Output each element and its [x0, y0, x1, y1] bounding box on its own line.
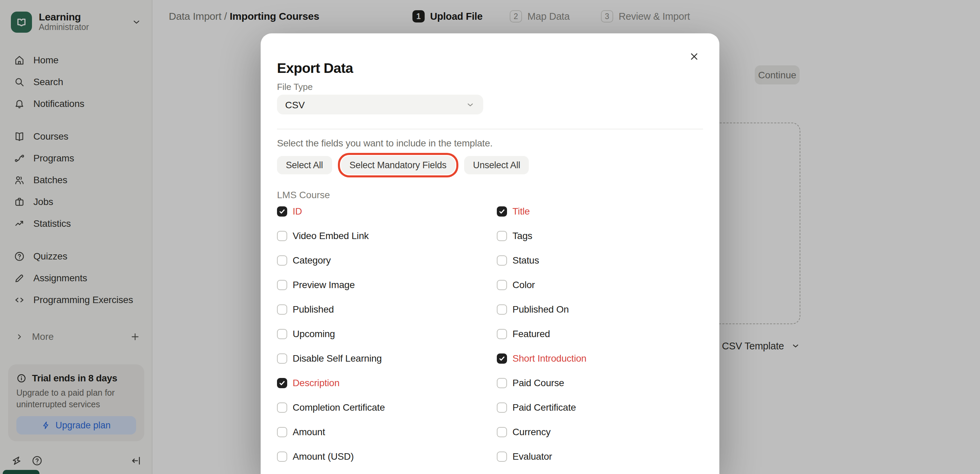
field-label: Color — [512, 279, 535, 290]
field-select-hint: Select the fields you want to include in… — [277, 137, 493, 148]
field-row-disable-self-learning[interactable]: Disable Self Learning — [277, 346, 385, 370]
field-label: Paid Course — [512, 377, 564, 388]
field-label: Preview Image — [293, 279, 355, 290]
divider — [277, 129, 703, 129]
checkbox-unchecked[interactable] — [277, 231, 287, 241]
field-row-title[interactable]: Title — [497, 199, 586, 223]
field-row-paid-course[interactable]: Paid Course — [497, 370, 586, 395]
field-row-color[interactable]: Color — [497, 273, 586, 297]
checkbox-checked[interactable] — [277, 206, 287, 216]
checkbox-unchecked[interactable] — [277, 279, 287, 290]
checkbox-checked[interactable] — [277, 378, 287, 388]
field-label: Disable Self Learning — [293, 353, 382, 364]
field-row-description[interactable]: Description — [277, 370, 385, 395]
field-row-tags[interactable]: Tags — [497, 223, 586, 248]
file-type-select[interactable]: CSV — [277, 95, 483, 115]
checkbox-checked[interactable] — [497, 353, 507, 363]
field-row-short-introduction[interactable]: Short Introduction — [497, 346, 586, 370]
field-label: Amount — [293, 426, 325, 437]
field-label: Completion Certificate — [293, 402, 385, 413]
field-column-left: IDVideo Embed LinkCategoryPreview ImageP… — [277, 199, 385, 469]
field-row-paid-certificate[interactable]: Paid Certificate — [497, 395, 586, 420]
checkbox-checked[interactable] — [497, 206, 507, 216]
checkbox-unchecked[interactable] — [497, 402, 507, 412]
field-row-amount-usd[interactable]: Amount (USD) — [277, 444, 385, 469]
unselect-all-button[interactable]: Unselect All — [464, 156, 529, 174]
field-row-evaluator[interactable]: Evaluator — [497, 444, 586, 469]
checkbox-unchecked[interactable] — [497, 329, 507, 339]
field-label: Category — [293, 255, 331, 266]
field-row-id[interactable]: ID — [277, 199, 385, 223]
checkbox-unchecked[interactable] — [277, 402, 287, 412]
field-row-completion-certificate[interactable]: Completion Certificate — [277, 395, 385, 420]
checkbox-unchecked[interactable] — [277, 427, 287, 437]
checkbox-unchecked[interactable] — [497, 304, 507, 314]
checkbox-unchecked[interactable] — [497, 378, 507, 388]
modal-title: Export Data — [277, 60, 353, 76]
checkbox-unchecked[interactable] — [277, 304, 287, 314]
app-root: Learning Administrator HomeSearchNotific… — [0, 0, 980, 474]
checkbox-unchecked[interactable] — [277, 329, 287, 339]
field-label: Upcoming — [293, 328, 335, 339]
field-row-upcoming[interactable]: Upcoming — [277, 321, 385, 346]
field-label: Status — [512, 255, 539, 266]
field-row-published[interactable]: Published — [277, 297, 385, 321]
field-label: Title — [512, 206, 530, 217]
field-label: Description — [293, 377, 340, 388]
field-label: ID — [293, 206, 302, 217]
checkbox-unchecked[interactable] — [497, 451, 507, 461]
file-type-label: File Type — [277, 82, 313, 92]
field-row-video-embed-link[interactable]: Video Embed Link — [277, 223, 385, 248]
field-row-amount[interactable]: Amount — [277, 420, 385, 444]
checkbox-unchecked[interactable] — [497, 255, 507, 265]
field-label: Paid Certificate — [512, 402, 576, 413]
export-data-modal: Export Data File Type CSV Select the fie… — [261, 34, 719, 474]
field-row-category[interactable]: Category — [277, 248, 385, 273]
field-label: Featured — [512, 328, 550, 339]
field-action-buttons: Select All Select Mandatory Fields Unsel… — [277, 156, 529, 174]
checkbox-unchecked[interactable] — [497, 279, 507, 290]
field-label: Published — [293, 304, 334, 314]
checkbox-unchecked[interactable] — [277, 255, 287, 265]
close-icon[interactable] — [684, 46, 705, 67]
field-row-status[interactable]: Status — [497, 248, 586, 273]
field-label: Tags — [512, 230, 532, 241]
field-label: Evaluator — [512, 451, 552, 462]
checkbox-unchecked[interactable] — [497, 231, 507, 241]
select-all-button[interactable]: Select All — [277, 156, 332, 174]
select-mandatory-fields-button[interactable]: Select Mandatory Fields — [340, 156, 455, 174]
field-column-right: TitleTagsStatusColorPublished OnFeatured… — [497, 199, 586, 469]
field-row-featured[interactable]: Featured — [497, 321, 586, 346]
field-label: Video Embed Link — [293, 230, 369, 241]
field-row-published-on[interactable]: Published On — [497, 297, 586, 321]
checkbox-unchecked[interactable] — [497, 427, 507, 437]
field-row-preview-image[interactable]: Preview Image — [277, 273, 385, 297]
field-row-currency[interactable]: Currency — [497, 420, 586, 444]
field-label: Published On — [512, 304, 569, 314]
field-label: Amount (USD) — [293, 451, 354, 462]
checkbox-unchecked[interactable] — [277, 353, 287, 363]
field-label: Currency — [512, 426, 550, 437]
chevron-down-icon — [466, 100, 475, 109]
file-type-value: CSV — [285, 99, 305, 110]
checkbox-unchecked[interactable] — [277, 451, 287, 461]
field-label: Short Introduction — [512, 353, 586, 364]
